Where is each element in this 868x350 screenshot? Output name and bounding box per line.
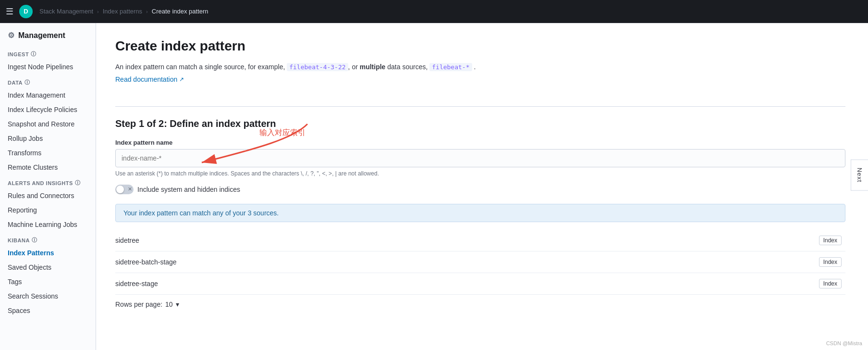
sidebar-item-search-sessions[interactable]: Search Sessions	[0, 289, 96, 303]
external-link-icon: ↗	[179, 76, 184, 83]
sidebar-item-index-patterns[interactable]: Index Patterns	[0, 246, 96, 260]
chevron-down-icon: ▾	[176, 300, 179, 308]
desc-part2: , or	[348, 63, 360, 71]
desc-bold: multiple	[360, 63, 386, 71]
sidebar-header: ⚙ Management	[0, 23, 96, 46]
page-body: Create index pattern An index pattern ca…	[96, 23, 865, 333]
gear-icon: ⚙	[8, 31, 14, 40]
table-row: sidetree Index	[115, 230, 845, 251]
info-icon-alerts: ⓘ	[75, 179, 81, 187]
desc-part1: An index pattern can match a single sour…	[115, 63, 287, 71]
breadcrumb-index-patterns[interactable]: Index patterns	[100, 6, 145, 17]
rows-per-page-value: 10	[165, 300, 173, 308]
watermark: CSDN @Mistra	[826, 340, 862, 346]
sidebar: ⚙ Management Ingest ⓘ Ingest Node Pipeli…	[0, 23, 96, 350]
toggle-row: ✕ Include system and hidden indices	[115, 185, 845, 194]
step-title: Step 1 of 2: Define an index pattern	[115, 118, 845, 129]
sidebar-item-transforms[interactable]: Transforms	[0, 146, 96, 160]
top-navigation: ☰ D Stack Management › Index patterns › …	[0, 0, 868, 23]
breadcrumb: Stack Management › Index patterns › Crea…	[37, 6, 211, 17]
index-badge: Index	[819, 236, 842, 245]
index-pattern-input-row	[115, 149, 845, 167]
sidebar-item-index-lifecycle-policies[interactable]: Index Lifecycle Policies	[0, 102, 96, 117]
toggle-thumb	[116, 186, 124, 193]
table-row: sidetree-batch-stage Index	[115, 251, 845, 273]
index-badge: Index	[819, 279, 842, 288]
main-content: Create index pattern An index pattern ca…	[96, 23, 868, 350]
info-icon-data: ⓘ	[24, 79, 30, 86]
sidebar-item-ingest-node-pipelines[interactable]: Ingest Node Pipelines	[0, 60, 96, 74]
hamburger-icon[interactable]: ☰	[6, 6, 13, 17]
section-divider	[115, 106, 845, 107]
index-pattern-name-input[interactable]	[115, 149, 845, 167]
rows-per-page-control[interactable]: Rows per page: 10 ▾	[115, 295, 845, 314]
source-name: sidetree	[115, 230, 624, 251]
hint-text: Use an asterisk (*) to match multiple in…	[115, 170, 845, 177]
source-badge-cell: Index	[624, 251, 845, 273]
info-icon-ingest: ⓘ	[31, 50, 37, 58]
toggle-x-icon: ✕	[128, 186, 132, 192]
sidebar-section-ingest: Ingest ⓘ	[0, 46, 96, 60]
sidebar-section-kibana: Kibana ⓘ	[0, 232, 96, 246]
sidebar-item-rules-and-connectors[interactable]: Rules and Connectors	[0, 188, 96, 203]
toggle-label: Include system and hidden indices	[137, 186, 240, 193]
sidebar-item-rollup-jobs[interactable]: Rollup Jobs	[0, 131, 96, 146]
source-badge-cell: Index	[624, 273, 845, 294]
breadcrumb-sep-1: ›	[97, 9, 99, 14]
rows-per-page-label: Rows per page:	[115, 300, 162, 308]
app-layout: ⚙ Management Ingest ⓘ Ingest Node Pipeli…	[0, 23, 868, 350]
sidebar-title: Management	[18, 31, 65, 40]
description-text: An index pattern can match a single sour…	[115, 62, 845, 73]
source-badge-cell: Index	[624, 230, 845, 251]
sidebar-section-alerts: Alerts and Insights ⓘ	[0, 175, 96, 188]
sidebar-item-snapshot-and-restore[interactable]: Snapshot and Restore	[0, 117, 96, 131]
breadcrumb-sep-2: ›	[146, 9, 148, 14]
example-code-1: filebeat-4-3-22	[287, 63, 348, 71]
breadcrumb-create-index-pattern: Create index pattern	[149, 6, 211, 17]
system-indices-toggle[interactable]: ✕	[115, 185, 134, 194]
sources-table: sidetree Index sidetree-batch-stage Inde…	[115, 230, 845, 295]
annotation-text: 输入对应索引	[259, 128, 306, 138]
user-avatar[interactable]: D	[19, 5, 33, 18]
desc-part3: data sources,	[385, 63, 429, 71]
sidebar-item-spaces[interactable]: Spaces	[0, 303, 96, 318]
sidebar-item-remote-clusters[interactable]: Remote Clusters	[0, 160, 96, 175]
info-icon-kibana: ⓘ	[32, 237, 37, 244]
desc-part4: .	[472, 63, 476, 71]
sidebar-item-tags[interactable]: Tags	[0, 275, 96, 289]
source-name: sidetree-stage	[115, 273, 624, 294]
index-badge: Index	[819, 257, 842, 267]
next-button[interactable]: Next	[851, 160, 868, 191]
breadcrumb-stack-management[interactable]: Stack Management	[37, 6, 96, 17]
table-row: sidetree-stage Index	[115, 273, 845, 294]
example-code-2: filebeat-*	[429, 63, 472, 71]
sidebar-item-saved-objects[interactable]: Saved Objects	[0, 260, 96, 275]
sidebar-item-index-management[interactable]: Index Management	[0, 88, 96, 102]
match-banner: Your index pattern can match any of your…	[115, 204, 845, 222]
read-documentation-link[interactable]: Read documentation ↗	[115, 75, 184, 83]
page-title: Create index pattern	[115, 38, 845, 54]
sidebar-item-reporting[interactable]: Reporting	[0, 203, 96, 217]
sidebar-section-data: Data ⓘ	[0, 74, 96, 88]
source-name: sidetree-batch-stage	[115, 251, 624, 273]
field-label-index-pattern: Index pattern name	[115, 139, 845, 146]
sidebar-item-machine-learning-jobs[interactable]: Machine Learning Jobs	[0, 217, 96, 232]
